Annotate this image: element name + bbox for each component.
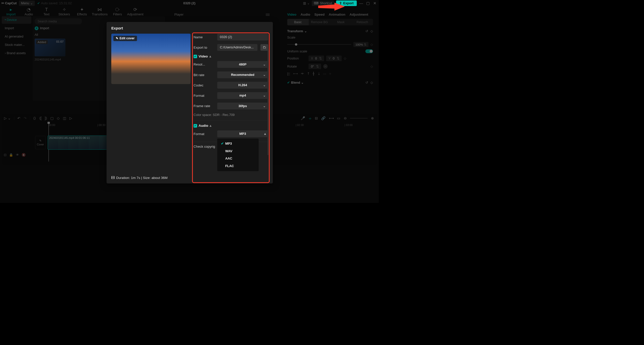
split-icon[interactable]: ⟨⟩ (33, 116, 36, 120)
inspector-panel: Video Audio Speed Animation Adjustment B… (283, 10, 377, 111)
subtab-mask[interactable]: Mask (330, 19, 352, 25)
player-menu-icon[interactable] (266, 14, 270, 16)
magnet-icon[interactable]: ⟛ (309, 116, 312, 120)
delete-icon[interactable]: ▢ (50, 116, 54, 120)
sidebar-item-device[interactable]: •Device (2, 16, 31, 24)
subtab-removebg[interactable]: Remove BG (309, 19, 330, 25)
sidebar-item-ai[interactable]: AI generated (2, 33, 31, 40)
resolution-dropdown[interactable]: 480P⌄ (217, 61, 268, 68)
lock-icon[interactable]: 🔒 (9, 153, 13, 157)
dd-option-wav[interactable]: WAV (217, 147, 259, 155)
export-button[interactable]: ⇪ Export (336, 1, 357, 6)
scale-slider[interactable] (287, 44, 351, 45)
link-icon[interactable]: 🔗 (321, 116, 326, 120)
align-right-icon[interactable]: ⬲ (301, 72, 304, 76)
ruler-tick: | 03:00 (345, 123, 353, 127)
eye-icon[interactable]: 👁 (16, 153, 19, 157)
transform-header[interactable]: Transform ⌄ ↺◇ (287, 29, 373, 33)
pos-x-input[interactable]: X0⇅ (309, 56, 324, 61)
preview-icon[interactable]: ⟷ (329, 116, 334, 120)
reset-icon[interactable]: ↺ (365, 81, 368, 84)
blend-section[interactable]: ✔Blend ⌄ ↺◇ (287, 81, 373, 84)
tab-filters[interactable]: ⧂Filters (110, 7, 125, 16)
audio-section-header[interactable]: ✔ Audio ▴ (194, 124, 268, 128)
keyframe-icon[interactable]: ◇ (370, 81, 373, 84)
split-right-icon[interactable]: ]⟩ (45, 116, 47, 120)
insp-tab-video[interactable]: Video (287, 12, 296, 16)
link-track-icon[interactable]: ⊟ (315, 116, 318, 120)
rotate-dial[interactable]: − (323, 64, 328, 69)
cursor-tool-icon[interactable]: ▷ ⌄ (4, 116, 11, 120)
subtab-retouch[interactable]: Retouch (352, 19, 373, 25)
zoom-in-icon[interactable]: ⊕ (371, 116, 374, 120)
zoom-out-icon[interactable]: ⊖ (344, 116, 347, 120)
layout-icon[interactable]: ▥ ⌄ (303, 1, 310, 5)
dd-option-aac[interactable]: AAC (217, 155, 259, 162)
undo-icon[interactable]: ↶ (17, 116, 20, 120)
tab-effects[interactable]: ✦Effects (74, 7, 89, 16)
aformat-dropdown[interactable]: MP3▴ (217, 130, 268, 137)
split-left-icon[interactable]: ⟨[ (39, 116, 42, 120)
close-button[interactable]: ✕ (372, 1, 377, 6)
stepper-icon[interactable]: ⇅ (364, 43, 366, 46)
browse-folder-button[interactable]: 🗀 (260, 44, 268, 51)
play-icon[interactable]: ▷ (69, 116, 72, 120)
mic-icon[interactable]: 🎤 (301, 116, 305, 120)
align-left-icon[interactable]: ⬱ (287, 72, 290, 76)
mirror-icon[interactable]: ◫ (63, 116, 66, 120)
align-top-icon[interactable]: ⤒ (307, 72, 310, 76)
rotate-input[interactable]: 0°⇅ (309, 64, 321, 69)
crop-icon[interactable]: ◇ (57, 116, 60, 120)
minimize-button[interactable]: — (359, 1, 364, 6)
align-bottom-icon[interactable]: ⤓ (318, 72, 320, 76)
exportto-input[interactable]: C:/Users/Admin/Desk... (217, 44, 257, 51)
insp-tab-speed[interactable]: Speed (314, 12, 325, 16)
shortcut-button[interactable]: ⌨ Shortcut (312, 1, 334, 6)
reset-icon[interactable]: ↺ (365, 29, 368, 33)
tab-import[interactable]: ▸Import (4, 7, 18, 16)
bitrate-dropdown[interactable]: Recommended⌄ (217, 71, 268, 78)
keyframe-icon[interactable]: ◇ (370, 29, 373, 33)
insp-tab-audio[interactable]: Audio (300, 12, 310, 16)
maximize-button[interactable]: ▢ (366, 1, 370, 6)
keyframe-icon[interactable]: ◇ (370, 43, 373, 46)
collapse-icon[interactable]: ⊡ (4, 153, 7, 157)
tab-transitions[interactable]: ⋈Transitions (92, 7, 107, 16)
menu-button[interactable]: Menu ⌄ (19, 1, 35, 6)
tab-audio[interactable]: ◔Audio (21, 7, 36, 16)
sidebar-item-import[interactable]: Import (2, 25, 31, 32)
redo-icon[interactable]: ↷ (24, 116, 27, 120)
align-vcenter-icon[interactable]: ╂ (313, 72, 315, 76)
scale-value[interactable]: 100%⇅ (353, 42, 368, 47)
vformat-dropdown[interactable]: mp4⌄ (217, 92, 268, 99)
codec-dropdown[interactable]: H.264⌄ (217, 82, 268, 89)
zoom-slider[interactable] (350, 118, 368, 118)
subtab-basic[interactable]: Basic (287, 19, 309, 25)
search-input[interactable]: Search media (35, 18, 82, 24)
dd-option-mp3[interactable]: ✔MP3 (217, 140, 259, 147)
uniform-toggle[interactable] (365, 49, 373, 53)
dd-option-flac[interactable]: FLAC (217, 162, 259, 170)
mute-icon[interactable]: 🔇 (22, 153, 26, 157)
sidebar-item-brand[interactable]: ›Brand assets (2, 49, 31, 57)
checkbox-icon[interactable]: ✔ (194, 55, 197, 58)
cover-button[interactable]: ✎ Cover (35, 136, 46, 149)
insp-tab-animation[interactable]: Animation (329, 12, 345, 16)
video-section-header[interactable]: ✔ Video ▴ (194, 54, 268, 58)
keyframe-icon[interactable]: ◇ (344, 56, 346, 60)
fps-dropdown[interactable]: 30fps⌄ (217, 103, 268, 109)
edit-cover-button[interactable]: ✎ Edit cover (113, 36, 137, 41)
media-thumbnail[interactable]: Added 01:07 (35, 39, 65, 56)
pos-y-input[interactable]: Y0⇅ (326, 56, 342, 61)
checkbox-icon[interactable]: ✔ (194, 124, 197, 128)
keyframe-icon[interactable]: ◇ (370, 65, 373, 68)
tab-adjustment[interactable]: ⟳Adjustment (128, 7, 143, 16)
video-clip[interactable]: 20240318​1145.mp4 00:01:06:11 (48, 135, 110, 149)
tab-text[interactable]: TText (39, 7, 54, 16)
screen-icon[interactable]: ▭ (337, 116, 340, 120)
insp-tab-adjustment[interactable]: Adjustment (350, 12, 368, 16)
name-input[interactable]: 0320 (2) (217, 34, 268, 40)
align-hcenter-icon[interactable]: ⟷ (293, 72, 298, 76)
sidebar-item-stock[interactable]: Stock mater... (2, 41, 31, 48)
tab-stickers[interactable]: ✧Stickers (57, 7, 72, 16)
